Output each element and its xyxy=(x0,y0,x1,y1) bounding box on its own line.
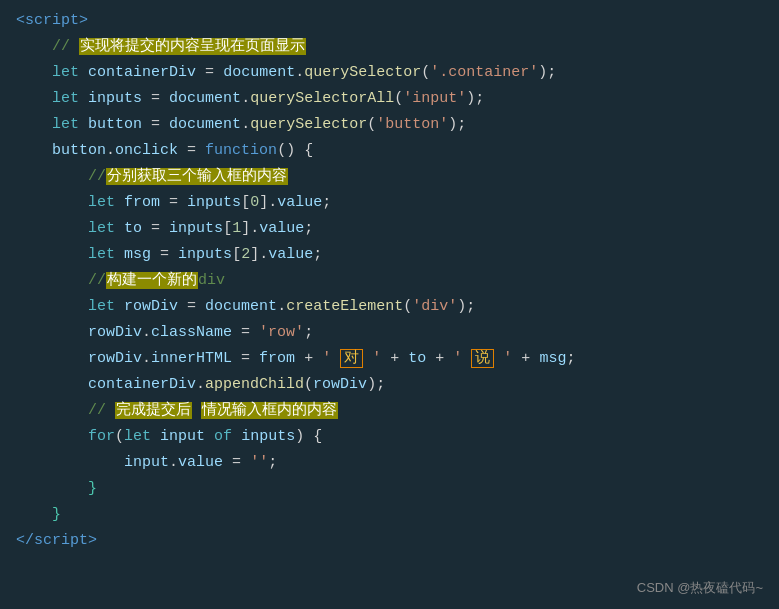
code-editor: <script> // 实现将提交的内容呈现在页面显示 let containe… xyxy=(0,0,779,609)
code-line-3: let containerDiv = document.querySelecto… xyxy=(16,60,779,86)
code-line-19: } xyxy=(16,476,779,502)
code-line-10: let msg = inputs[2].value; xyxy=(16,242,779,268)
code-line-11: //构建一个新的div xyxy=(16,268,779,294)
code-line-7: //分别获取三个输入框的内容 xyxy=(16,164,779,190)
code-line-15: containerDiv.appendChild(rowDiv); xyxy=(16,372,779,398)
code-line-12: let rowDiv = document.createElement('div… xyxy=(16,294,779,320)
code-line-21: </script> xyxy=(16,528,779,554)
code-line-5: let button = document.querySelector('but… xyxy=(16,112,779,138)
code-line-1: <script> xyxy=(16,8,779,34)
code-line-20: } xyxy=(16,502,779,528)
code-line-4: let inputs = document.querySelectorAll('… xyxy=(16,86,779,112)
code-line-9: let to = inputs[1].value; xyxy=(16,216,779,242)
code-line-18: input.value = ''; xyxy=(16,450,779,476)
code-line-16: // 完成提交后 情况输入框内的内容 xyxy=(16,398,779,424)
code-line-2: // 实现将提交的内容呈现在页面显示 xyxy=(16,34,779,60)
watermark: CSDN @热夜磕代码~ xyxy=(637,579,763,597)
code-line-6: button.onclick = function() { xyxy=(16,138,779,164)
code-line-14: rowDiv.innerHTML = from + ' 对 ' + to + '… xyxy=(16,346,779,372)
code-line-17: for(let input of inputs) { xyxy=(16,424,779,450)
code-line-8: let from = inputs[0].value; xyxy=(16,190,779,216)
code-line-13: rowDiv.className = 'row'; xyxy=(16,320,779,346)
